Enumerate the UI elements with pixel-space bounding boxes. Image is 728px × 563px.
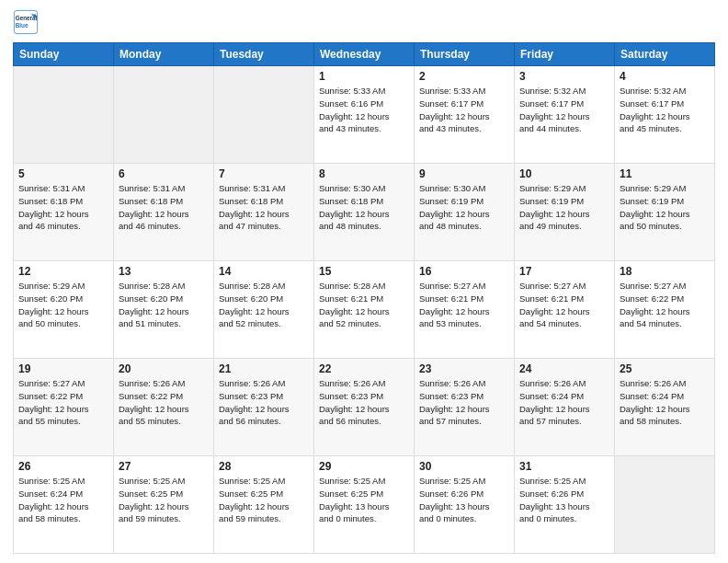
day-number: 7 bbox=[219, 167, 309, 180]
day-info: Sunrise: 5:26 AM Sunset: 6:23 PM Dayligh… bbox=[319, 377, 409, 428]
calendar-cell: 5Sunrise: 5:31 AM Sunset: 6:18 PM Daylig… bbox=[14, 164, 114, 261]
day-info: Sunrise: 5:27 AM Sunset: 6:22 PM Dayligh… bbox=[620, 280, 710, 330]
day-info: Sunrise: 5:30 AM Sunset: 6:19 PM Dayligh… bbox=[419, 182, 509, 233]
day-number: 9 bbox=[419, 167, 509, 180]
day-info: Sunrise: 5:31 AM Sunset: 6:18 PM Dayligh… bbox=[18, 182, 108, 233]
day-number: 17 bbox=[519, 265, 609, 278]
day-number: 12 bbox=[18, 265, 108, 278]
weekday-header: Monday bbox=[114, 43, 214, 66]
day-number: 8 bbox=[319, 167, 409, 180]
calendar-cell: 16Sunrise: 5:27 AM Sunset: 6:21 PM Dayli… bbox=[415, 261, 515, 359]
day-info: Sunrise: 5:27 AM Sunset: 6:21 PM Dayligh… bbox=[519, 280, 609, 330]
day-info: Sunrise: 5:32 AM Sunset: 6:17 PM Dayligh… bbox=[620, 85, 710, 135]
calendar-cell: 19Sunrise: 5:27 AM Sunset: 6:22 PM Dayli… bbox=[14, 359, 114, 456]
day-number: 13 bbox=[119, 265, 209, 278]
calendar-cell bbox=[214, 66, 314, 164]
day-number: 5 bbox=[18, 167, 108, 180]
calendar-cell: 22Sunrise: 5:26 AM Sunset: 6:23 PM Dayli… bbox=[314, 359, 415, 456]
weekday-header: Wednesday bbox=[314, 43, 415, 66]
day-info: Sunrise: 5:25 AM Sunset: 6:25 PM Dayligh… bbox=[219, 475, 309, 525]
day-number: 25 bbox=[620, 362, 710, 375]
day-number: 31 bbox=[519, 460, 609, 473]
calendar-cell: 30Sunrise: 5:25 AM Sunset: 6:26 PM Dayli… bbox=[415, 456, 515, 554]
calendar-cell: 1Sunrise: 5:33 AM Sunset: 6:16 PM Daylig… bbox=[314, 66, 415, 164]
day-info: Sunrise: 5:25 AM Sunset: 6:26 PM Dayligh… bbox=[419, 475, 509, 525]
day-info: Sunrise: 5:26 AM Sunset: 6:22 PM Dayligh… bbox=[119, 377, 209, 428]
day-info: Sunrise: 5:25 AM Sunset: 6:24 PM Dayligh… bbox=[18, 475, 108, 525]
svg-text:Blue: Blue bbox=[16, 22, 28, 29]
calendar-cell: 2Sunrise: 5:33 AM Sunset: 6:17 PM Daylig… bbox=[415, 66, 515, 164]
calendar-cell: 28Sunrise: 5:25 AM Sunset: 6:25 PM Dayli… bbox=[214, 456, 314, 554]
weekday-header: Tuesday bbox=[214, 43, 314, 66]
calendar-cell: 14Sunrise: 5:28 AM Sunset: 6:20 PM Dayli… bbox=[214, 261, 314, 359]
logo-icon: General Blue bbox=[13, 9, 39, 35]
day-number: 6 bbox=[119, 167, 209, 180]
page: General Blue SundayMondayTuesdayWednesda… bbox=[0, 0, 728, 563]
calendar-cell: 27Sunrise: 5:25 AM Sunset: 6:25 PM Dayli… bbox=[114, 456, 214, 554]
calendar-cell: 9Sunrise: 5:30 AM Sunset: 6:19 PM Daylig… bbox=[415, 164, 515, 261]
calendar-cell: 24Sunrise: 5:26 AM Sunset: 6:24 PM Dayli… bbox=[515, 359, 615, 456]
weekday-header: Friday bbox=[515, 43, 615, 66]
day-info: Sunrise: 5:30 AM Sunset: 6:18 PM Dayligh… bbox=[319, 182, 409, 233]
day-number: 10 bbox=[519, 167, 609, 180]
day-info: Sunrise: 5:29 AM Sunset: 6:20 PM Dayligh… bbox=[18, 280, 108, 330]
day-number: 22 bbox=[319, 362, 409, 375]
day-number: 2 bbox=[419, 70, 509, 83]
calendar-cell: 15Sunrise: 5:28 AM Sunset: 6:21 PM Dayli… bbox=[314, 261, 415, 359]
calendar-cell: 17Sunrise: 5:27 AM Sunset: 6:21 PM Dayli… bbox=[515, 261, 615, 359]
day-number: 16 bbox=[419, 265, 509, 278]
calendar-cell: 31Sunrise: 5:25 AM Sunset: 6:26 PM Dayli… bbox=[515, 456, 615, 554]
calendar-table: SundayMondayTuesdayWednesdayThursdayFrid… bbox=[13, 42, 715, 554]
calendar-cell: 13Sunrise: 5:28 AM Sunset: 6:20 PM Dayli… bbox=[114, 261, 214, 359]
day-info: Sunrise: 5:27 AM Sunset: 6:21 PM Dayligh… bbox=[419, 280, 509, 330]
weekday-header: Saturday bbox=[615, 43, 715, 66]
day-info: Sunrise: 5:31 AM Sunset: 6:18 PM Dayligh… bbox=[219, 182, 309, 233]
day-info: Sunrise: 5:25 AM Sunset: 6:25 PM Dayligh… bbox=[119, 475, 209, 525]
day-info: Sunrise: 5:25 AM Sunset: 6:25 PM Dayligh… bbox=[319, 475, 409, 525]
day-number: 26 bbox=[18, 460, 108, 473]
day-number: 30 bbox=[419, 460, 509, 473]
calendar-cell: 23Sunrise: 5:26 AM Sunset: 6:23 PM Dayli… bbox=[415, 359, 515, 456]
day-info: Sunrise: 5:26 AM Sunset: 6:24 PM Dayligh… bbox=[620, 377, 710, 428]
day-number: 29 bbox=[319, 460, 409, 473]
calendar-cell: 10Sunrise: 5:29 AM Sunset: 6:19 PM Dayli… bbox=[515, 164, 615, 261]
day-info: Sunrise: 5:32 AM Sunset: 6:17 PM Dayligh… bbox=[519, 85, 609, 135]
day-info: Sunrise: 5:25 AM Sunset: 6:26 PM Dayligh… bbox=[519, 475, 609, 525]
calendar-cell bbox=[615, 456, 715, 554]
day-number: 28 bbox=[219, 460, 309, 473]
day-info: Sunrise: 5:27 AM Sunset: 6:22 PM Dayligh… bbox=[18, 377, 108, 428]
calendar-cell: 26Sunrise: 5:25 AM Sunset: 6:24 PM Dayli… bbox=[14, 456, 114, 554]
day-number: 1 bbox=[319, 70, 409, 83]
weekday-header: Thursday bbox=[415, 43, 515, 66]
day-info: Sunrise: 5:33 AM Sunset: 6:16 PM Dayligh… bbox=[319, 85, 409, 135]
calendar-cell: 6Sunrise: 5:31 AM Sunset: 6:18 PM Daylig… bbox=[114, 164, 214, 261]
day-info: Sunrise: 5:26 AM Sunset: 6:24 PM Dayligh… bbox=[519, 377, 609, 428]
day-info: Sunrise: 5:28 AM Sunset: 6:20 PM Dayligh… bbox=[219, 280, 309, 330]
day-number: 24 bbox=[519, 362, 609, 375]
day-number: 19 bbox=[18, 362, 108, 375]
day-number: 3 bbox=[519, 70, 609, 83]
day-number: 18 bbox=[620, 265, 710, 278]
calendar-cell: 7Sunrise: 5:31 AM Sunset: 6:18 PM Daylig… bbox=[214, 164, 314, 261]
calendar-cell: 18Sunrise: 5:27 AM Sunset: 6:22 PM Dayli… bbox=[615, 261, 715, 359]
calendar-cell: 29Sunrise: 5:25 AM Sunset: 6:25 PM Dayli… bbox=[314, 456, 415, 554]
calendar-cell: 11Sunrise: 5:29 AM Sunset: 6:19 PM Dayli… bbox=[615, 164, 715, 261]
calendar-cell: 8Sunrise: 5:30 AM Sunset: 6:18 PM Daylig… bbox=[314, 164, 415, 261]
day-info: Sunrise: 5:31 AM Sunset: 6:18 PM Dayligh… bbox=[119, 182, 209, 233]
logo: General Blue bbox=[13, 9, 42, 35]
calendar-cell bbox=[14, 66, 114, 164]
calendar-cell: 21Sunrise: 5:26 AM Sunset: 6:23 PM Dayli… bbox=[214, 359, 314, 456]
calendar-cell: 4Sunrise: 5:32 AM Sunset: 6:17 PM Daylig… bbox=[615, 66, 715, 164]
header: General Blue bbox=[13, 9, 715, 35]
day-number: 20 bbox=[119, 362, 209, 375]
day-number: 4 bbox=[620, 70, 710, 83]
day-info: Sunrise: 5:29 AM Sunset: 6:19 PM Dayligh… bbox=[519, 182, 609, 233]
day-number: 15 bbox=[319, 265, 409, 278]
calendar-cell: 20Sunrise: 5:26 AM Sunset: 6:22 PM Dayli… bbox=[114, 359, 214, 456]
day-number: 11 bbox=[620, 167, 710, 180]
day-info: Sunrise: 5:28 AM Sunset: 6:21 PM Dayligh… bbox=[319, 280, 409, 330]
day-info: Sunrise: 5:26 AM Sunset: 6:23 PM Dayligh… bbox=[419, 377, 509, 428]
calendar-cell: 3Sunrise: 5:32 AM Sunset: 6:17 PM Daylig… bbox=[515, 66, 615, 164]
calendar-cell: 12Sunrise: 5:29 AM Sunset: 6:20 PM Dayli… bbox=[14, 261, 114, 359]
day-number: 14 bbox=[219, 265, 309, 278]
